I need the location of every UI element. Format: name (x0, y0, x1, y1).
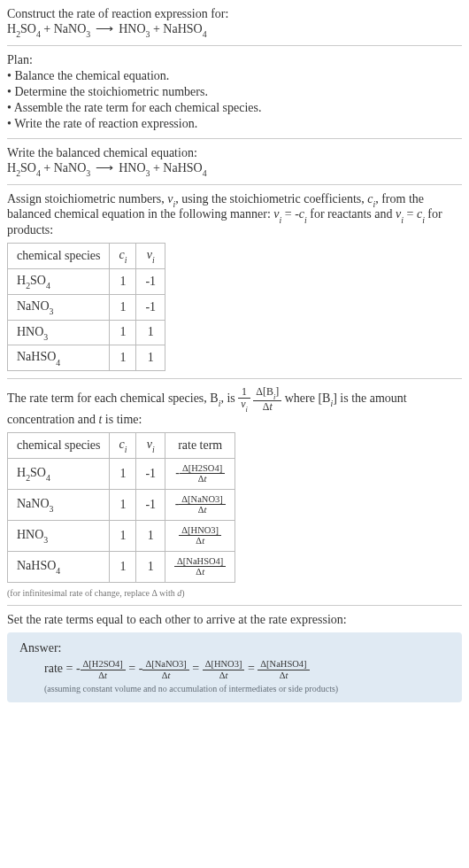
t: c (119, 248, 124, 261)
cell: NaNO3 (8, 489, 110, 520)
species: HNO3 (119, 161, 150, 174)
s: 3 (43, 535, 48, 545)
rate-table: chemical species ci νi rate term H2SO4 1… (7, 432, 235, 583)
table-row: chemical species ci νi rate term (8, 432, 235, 458)
cell: 1 (110, 268, 136, 294)
s: i (304, 215, 307, 225)
s: 2 (16, 168, 20, 178)
t: NaNO (17, 497, 50, 510)
cell: -1 (136, 268, 165, 294)
s: 4 (46, 473, 50, 483)
fraction: Δ[H2SO4]Δt (81, 659, 126, 680)
t: ν (241, 398, 245, 410)
nu: ν (273, 207, 279, 221)
arrow-icon: ⟶ (90, 22, 119, 35)
fraction: Δ[H2SO4]Δt (180, 463, 225, 484)
eq: = (128, 662, 138, 675)
assign: Assign stoichiometric numbers, νi, using… (7, 192, 462, 372)
den: Δt (253, 401, 281, 413)
cell: -Δ[NaNO3]Δt (165, 489, 235, 520)
col-header: ci (110, 432, 136, 458)
num: 1 (238, 386, 250, 399)
answer-note: (assuming constant volume and no accumul… (19, 684, 450, 694)
s: 4 (203, 29, 207, 39)
species: HNO3 (119, 22, 150, 35)
plan-item: • Determine the stoichiometric numbers. (7, 85, 462, 99)
num: Δ[H2SO4] (180, 463, 225, 475)
equation-2: H2SO4 + NaNO3⟶HNO3 + NaHSO4 (7, 160, 462, 177)
s: i (125, 255, 127, 265)
s: i (330, 399, 333, 408)
table-row: NaNO3 1 -1 -Δ[NaNO3]Δt (8, 489, 235, 520)
t: HNO (17, 528, 43, 541)
fraction: 1 νi (238, 386, 250, 413)
divider (7, 605, 462, 606)
s: i (219, 399, 221, 408)
col-header: νi (136, 432, 165, 458)
species: H2SO4 (7, 161, 41, 174)
s: 4 (56, 566, 60, 576)
equation-1: H2SO4 + NaNO3⟶HNO3 + NaHSO4 (7, 21, 462, 38)
cell: 1 (110, 551, 136, 582)
plus: + (41, 161, 54, 174)
table-row: chemical species ci νi (8, 244, 165, 269)
den: Δt (180, 474, 225, 484)
t: SO (20, 161, 36, 174)
rateterm: The rate term for each chemical species,… (7, 386, 462, 598)
s: 2 (16, 29, 20, 39)
s: 3 (50, 306, 54, 316)
plan-item: • Balance the chemical equation. (7, 69, 462, 83)
den: Δt (142, 670, 188, 681)
plan: Plan: • Balance the chemical equation. •… (7, 53, 462, 131)
balanced-title: Write the balanced chemical equation: (7, 146, 462, 160)
fraction: Δ[HNO3]Δt (203, 659, 245, 680)
col-header: chemical species (8, 432, 110, 458)
species: NaHSO4 (163, 161, 206, 174)
t: Δ[B (256, 385, 273, 398)
s: 2 (26, 473, 30, 483)
cell: 1 (110, 489, 136, 520)
plus: + (150, 161, 163, 174)
s: 3 (146, 168, 150, 178)
num: Δ[H2SO4] (81, 659, 126, 670)
num: Δ[HNO3] (203, 659, 245, 670)
cell: 1 (110, 458, 136, 489)
species: NaNO3 (54, 161, 90, 174)
plus: + (41, 22, 54, 35)
s: 4 (36, 168, 41, 178)
arrow-icon: ⟶ (90, 161, 119, 174)
den: νi (238, 399, 250, 413)
col-header: ci (110, 244, 136, 269)
cell: -1 (136, 294, 165, 320)
t: for reactants and (307, 207, 396, 221)
table-row: H2SO4 1 -1 -Δ[H2SO4]Δt (8, 458, 235, 489)
s: i (422, 215, 425, 225)
fraction: Δ[NaHSO4]Δt (174, 556, 226, 577)
t: H (7, 22, 16, 35)
prompt-text: Construct the rate of reaction expressio… (7, 7, 462, 21)
num: Δ[NaNO3] (179, 494, 225, 506)
plus: + (150, 22, 163, 35)
t: c (119, 438, 124, 451)
cell: Δ[HNO3]Δt (165, 520, 235, 551)
s: 4 (46, 281, 50, 291)
s: 4 (203, 168, 207, 178)
t: is time: (102, 413, 142, 426)
answer-label: Answer: (19, 641, 450, 655)
t: rate = (44, 662, 76, 675)
s: 3 (43, 332, 48, 342)
species: NaHSO4 (163, 22, 206, 35)
t: H (7, 161, 16, 174)
divider (7, 138, 462, 139)
fraction: Δ[NaNO3]Δt (179, 494, 225, 515)
den: Δt (81, 670, 126, 681)
table-row: HNO3 1 1 (8, 320, 165, 345)
species: H2SO4 (7, 22, 41, 35)
eq: = (404, 207, 417, 221)
s: 3 (86, 29, 90, 39)
s: i (125, 445, 127, 454)
fraction: Δ[NaNO3]Δt (142, 659, 188, 680)
t: The rate term for each chemical species,… (7, 391, 219, 405)
t: HNO (119, 161, 145, 174)
cell: HNO3 (8, 320, 110, 345)
